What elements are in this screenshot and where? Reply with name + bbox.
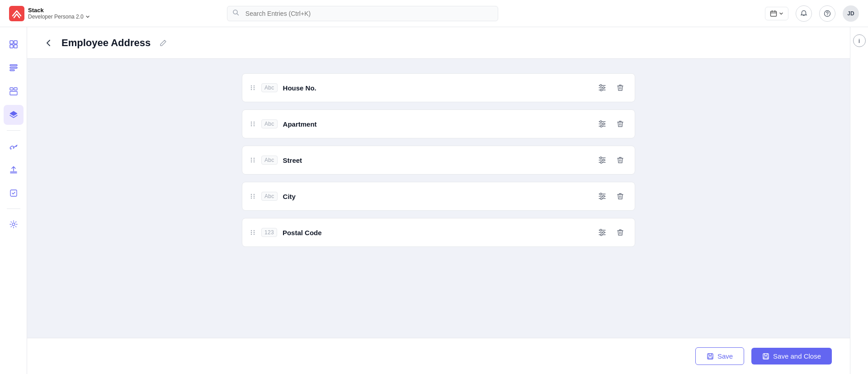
svg-point-57: [251, 196, 252, 197]
bottom-bar: Save Save and Close: [27, 338, 850, 374]
svg-rect-10: [10, 67, 17, 69]
field-actions: [595, 189, 627, 204]
sliders-icon: [598, 192, 606, 200]
svg-point-46: [251, 161, 252, 162]
svg-point-70: [251, 234, 252, 235]
sidebar-item-content[interactable]: [4, 58, 24, 78]
svg-point-78: [603, 232, 604, 233]
drag-handle[interactable]: [250, 85, 256, 91]
svg-point-31: [600, 89, 602, 91]
back-arrow-icon: [44, 38, 53, 47]
calendar-button[interactable]: [765, 7, 788, 20]
svg-point-33: [251, 123, 252, 124]
svg-point-20: [251, 85, 252, 86]
svg-point-53: [600, 157, 602, 159]
field-delete-button[interactable]: [613, 153, 627, 167]
svg-point-77: [600, 229, 602, 231]
svg-point-48: [254, 160, 255, 161]
svg-point-30: [603, 87, 604, 89]
sidebar-item-deploy[interactable]: [4, 160, 24, 180]
user-avatar[interactable]: JD: [843, 5, 859, 22]
field-delete-button[interactable]: [613, 80, 627, 95]
help-icon: [824, 10, 831, 17]
field-settings-button[interactable]: [595, 80, 609, 95]
save-and-close-button[interactable]: Save and Close: [751, 348, 832, 365]
back-button[interactable]: [42, 36, 56, 50]
brand-logo[interactable]: Stack Developer Persona 2.0: [9, 6, 90, 21]
stack-logo-icon: [9, 6, 24, 21]
field-settings-button[interactable]: [595, 153, 609, 167]
svg-point-35: [254, 122, 255, 123]
svg-rect-7: [10, 45, 13, 48]
svg-point-41: [600, 121, 602, 123]
sliders-icon: [598, 84, 606, 92]
sidebar-item-blocks[interactable]: [4, 81, 24, 101]
page-header: Employee Address: [27, 27, 850, 59]
svg-point-37: [254, 125, 255, 126]
field-delete-button[interactable]: [613, 117, 627, 131]
sidebar-item-dashboard[interactable]: [4, 34, 24, 54]
svg-point-61: [254, 198, 255, 199]
svg-point-69: [251, 232, 252, 233]
main-layout: Employee Address Abc House No.: [0, 27, 868, 374]
field-delete-button[interactable]: [613, 189, 627, 204]
drag-handle[interactable]: [250, 193, 256, 199]
drag-handle[interactable]: [250, 121, 256, 127]
field-name: Street: [283, 156, 590, 164]
sidebar-item-layers[interactable]: [4, 105, 24, 125]
info-button[interactable]: i: [853, 34, 866, 47]
svg-point-25: [254, 89, 255, 90]
svg-point-17: [15, 146, 17, 147]
svg-point-4: [827, 14, 828, 15]
svg-rect-6: [14, 41, 17, 44]
trash-icon: [616, 192, 624, 200]
svg-point-66: [603, 195, 604, 197]
svg-rect-2: [770, 11, 776, 16]
svg-point-29: [600, 85, 602, 86]
notifications-button[interactable]: [796, 5, 812, 22]
search-input[interactable]: [227, 6, 498, 21]
field-settings-button[interactable]: [595, 225, 609, 240]
right-panel: i: [850, 27, 868, 374]
field-row: Abc Street: [242, 146, 635, 175]
search-icon: [232, 9, 240, 18]
svg-point-44: [251, 158, 252, 159]
drag-dots-icon: [250, 193, 256, 199]
grid-icon: [9, 40, 18, 49]
sidebar-item-settings[interactable]: [4, 214, 24, 234]
brand-info: Stack Developer Persona 2.0: [28, 7, 90, 20]
svg-point-72: [254, 232, 255, 233]
sliders-icon: [598, 120, 606, 128]
drag-handle[interactable]: [250, 157, 256, 163]
fields-list: Abc House No.: [242, 73, 635, 247]
field-settings-button[interactable]: [595, 117, 609, 131]
field-name: Postal Code: [283, 229, 590, 237]
drag-handle[interactable]: [250, 229, 256, 236]
field-row: Abc House No.: [242, 73, 635, 102]
sidebar-divider-1: [7, 130, 20, 131]
svg-point-58: [251, 198, 252, 199]
svg-point-24: [254, 87, 255, 88]
save-button[interactable]: Save: [695, 347, 744, 365]
page-title: Employee Address: [61, 37, 151, 49]
svg-point-73: [254, 234, 255, 235]
field-name: Apartment: [283, 120, 590, 128]
field-delete-button[interactable]: [613, 225, 627, 240]
search-bar[interactable]: [227, 6, 498, 21]
edit-title-button[interactable]: [156, 36, 170, 50]
svg-point-56: [251, 194, 252, 195]
svg-point-34: [251, 125, 252, 126]
field-actions: [595, 225, 627, 240]
sidebar-item-signals[interactable]: [4, 136, 24, 156]
sidebar-item-tasks[interactable]: [4, 183, 24, 203]
upload-icon: [9, 165, 18, 174]
field-actions: [595, 80, 627, 95]
drag-dots-icon: [250, 85, 256, 91]
svg-point-65: [600, 193, 602, 195]
svg-point-21: [251, 87, 252, 88]
field-settings-button[interactable]: [595, 189, 609, 204]
svg-point-79: [600, 234, 602, 236]
help-button[interactable]: [819, 5, 835, 22]
field-row: 123 Postal Code: [242, 218, 635, 247]
brand-subtitle: Developer Persona 2.0: [28, 14, 90, 20]
